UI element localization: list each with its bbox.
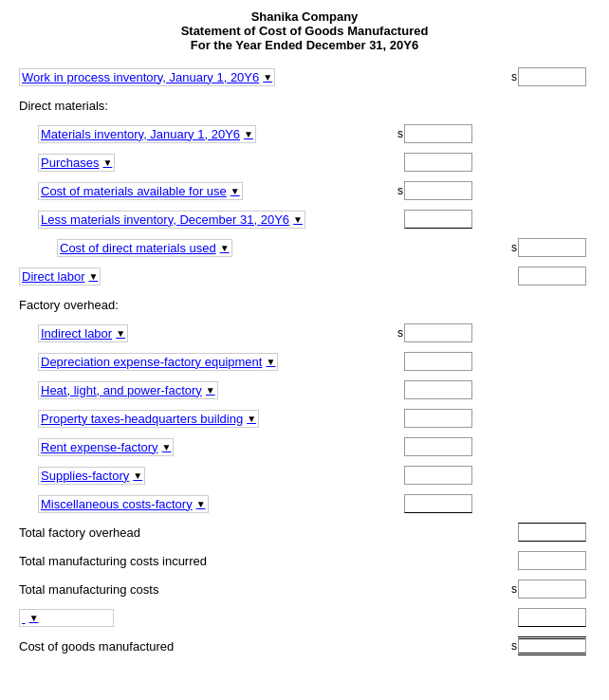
col-mid-rent-factory bbox=[362, 437, 476, 456]
dropdown-depreciation-factory-arrow: ▼ bbox=[266, 357, 275, 367]
label-indirect-labor: Indirect labor ▼ bbox=[19, 324, 362, 342]
input-materials-inv-start[interactable] bbox=[404, 124, 472, 143]
dropdown-less-materials-inv-end[interactable]: Less materials inventory, December 31, 2… bbox=[38, 211, 305, 229]
col-right-total-factory-overhead bbox=[476, 523, 590, 542]
label-purchases: Purchases ▼ bbox=[19, 154, 362, 172]
row-purchases: Purchases ▼ bbox=[19, 151, 590, 174]
input-heat-light-power[interactable] bbox=[404, 380, 472, 399]
row-factory-overhead-header: Factory overhead: bbox=[19, 293, 590, 316]
row-total-mfg-costs: Total manufacturing costs s bbox=[19, 578, 590, 600]
row-cost-goods-manufactured: Cost of goods manufactured s bbox=[19, 635, 590, 657]
row-direct-labor: Direct labor ▼ bbox=[19, 265, 590, 287]
dropdown-cost-direct-materials-arrow: ▼ bbox=[220, 243, 230, 253]
dropdown-less-materials-inv-end-text: Less materials inventory, December 31, 2… bbox=[41, 212, 289, 227]
input-direct-labor[interactable] bbox=[518, 267, 586, 286]
input-indirect-labor[interactable] bbox=[404, 323, 472, 342]
dropdown-misc-factory-arrow: ▼ bbox=[196, 499, 206, 509]
input-supplies-factory[interactable] bbox=[404, 466, 472, 485]
dropdown-heat-light-power-text: Heat, light, and power-factory bbox=[41, 383, 202, 397]
dropdown-cost-materials-avail-arrow: ▼ bbox=[231, 186, 240, 196]
dropdown-wip-end[interactable]: ▼ bbox=[19, 609, 114, 627]
dropdown-materials-inv-start-text: Materials inventory, January 1, 20Y6 bbox=[41, 127, 240, 141]
row-cost-direct-materials: Cost of direct materials used ▼ s bbox=[19, 236, 590, 259]
dropdown-cost-direct-materials[interactable]: Cost of direct materials used ▼ bbox=[57, 239, 232, 257]
report-title: Statement of Cost of Goods Manufactured bbox=[19, 24, 590, 38]
dropdown-purchases-text: Purchases bbox=[41, 156, 99, 170]
dropdown-wip-start[interactable]: Work in process inventory, January 1, 20… bbox=[19, 68, 275, 86]
dropdown-cost-materials-avail[interactable]: Cost of materials available for use ▼ bbox=[38, 182, 243, 200]
dropdown-rent-factory-text: Rent expense-factory bbox=[41, 440, 158, 454]
dropdown-indirect-labor[interactable]: Indirect labor ▼ bbox=[38, 324, 128, 342]
dropdown-heat-light-power[interactable]: Heat, light, and power-factory ▼ bbox=[38, 381, 218, 399]
input-less-materials-inv-end[interactable] bbox=[404, 210, 472, 229]
row-property-taxes: Property taxes-headquarters building ▼ bbox=[19, 407, 590, 430]
col-mid-supplies-factory bbox=[362, 466, 476, 485]
dropdown-rent-factory[interactable]: Rent expense-factory ▼ bbox=[38, 438, 174, 456]
col-right-wip-start: s bbox=[476, 67, 590, 86]
dropdown-indirect-labor-text: Indirect labor bbox=[41, 326, 112, 341]
input-cost-materials-avail[interactable] bbox=[404, 181, 472, 200]
col-right-total-mfg-costs: s bbox=[476, 580, 590, 599]
cost-goods-manufactured-text: Cost of goods manufactured bbox=[19, 639, 174, 654]
input-cost-goods-manufactured[interactable] bbox=[518, 636, 586, 655]
label-cost-materials-avail: Cost of materials available for use ▼ bbox=[19, 182, 362, 200]
label-depreciation-factory: Depreciation expense-factory equipment ▼ bbox=[19, 353, 362, 371]
col-right-cost-direct-materials: s bbox=[476, 238, 590, 257]
label-direct-materials: Direct materials: bbox=[19, 99, 590, 113]
total-mfg-costs-incurred-text: Total manufacturing costs incurred bbox=[19, 554, 207, 568]
row-total-factory-overhead: Total factory overhead bbox=[19, 521, 590, 543]
input-wip-start[interactable] bbox=[518, 67, 586, 86]
label-wip-start: Work in process inventory, January 1, 20… bbox=[19, 68, 362, 86]
dropdown-wip-start-text: Work in process inventory, January 1, 20… bbox=[22, 70, 259, 84]
col-mid-cost-materials-avail: s bbox=[362, 181, 476, 200]
input-purchases[interactable] bbox=[404, 153, 472, 172]
direct-materials-text: Direct materials: bbox=[19, 99, 108, 113]
col-mid-property-taxes bbox=[362, 409, 476, 428]
row-supplies-factory: Supplies-factory ▼ bbox=[19, 464, 590, 487]
input-depreciation-factory[interactable] bbox=[404, 352, 472, 371]
dropdown-misc-factory[interactable]: Miscellaneous costs-factory ▼ bbox=[38, 495, 209, 513]
row-cost-materials-avail: Cost of materials available for use ▼ s bbox=[19, 179, 590, 202]
dropdown-property-taxes[interactable]: Property taxes-headquarters building ▼ bbox=[38, 410, 259, 428]
dollar-materials-inv-start: s bbox=[397, 127, 403, 140]
dropdown-materials-inv-start[interactable]: Materials inventory, January 1, 20Y6 ▼ bbox=[38, 125, 256, 143]
input-total-mfg-costs[interactable] bbox=[518, 580, 586, 599]
col-mid-less-materials-inv-end bbox=[362, 210, 476, 229]
dropdown-depreciation-factory[interactable]: Depreciation expense-factory equipment ▼ bbox=[38, 353, 278, 371]
row-wip-start: Work in process inventory, January 1, 20… bbox=[19, 65, 590, 88]
row-indirect-labor: Indirect labor ▼ s bbox=[19, 322, 590, 344]
label-factory-overhead: Factory overhead: bbox=[19, 298, 590, 312]
col-right-cost-goods-manufactured: s bbox=[476, 636, 590, 655]
input-cost-direct-materials[interactable] bbox=[518, 238, 586, 257]
page: Shanika Company Statement of Cost of Goo… bbox=[0, 0, 609, 672]
input-total-mfg-costs-incurred[interactable] bbox=[518, 551, 586, 570]
dropdown-heat-light-power-arrow: ▼ bbox=[206, 385, 215, 396]
dropdown-supplies-factory[interactable]: Supplies-factory ▼ bbox=[38, 467, 145, 485]
label-misc-factory: Miscellaneous costs-factory ▼ bbox=[19, 495, 362, 513]
row-total-mfg-costs-incurred: Total manufacturing costs incurred bbox=[19, 549, 590, 572]
dollar-indirect-labor: s bbox=[397, 326, 403, 340]
dropdown-direct-labor-text: Direct labor bbox=[22, 269, 84, 284]
input-misc-factory[interactable] bbox=[404, 494, 472, 513]
dollar-cost-materials-avail: s bbox=[397, 184, 403, 197]
input-wip-end-dropdown[interactable] bbox=[518, 608, 586, 627]
label-direct-labor: Direct labor ▼ bbox=[19, 267, 362, 286]
row-wip-end-dropdown: ▼ bbox=[19, 606, 590, 629]
dollar-cost-goods-manufactured: s bbox=[511, 639, 517, 653]
label-heat-light-power: Heat, light, and power-factory ▼ bbox=[19, 381, 362, 399]
dropdown-purchases-arrow: ▼ bbox=[102, 157, 112, 168]
label-cost-direct-materials: Cost of direct materials used ▼ bbox=[19, 239, 362, 257]
total-mfg-costs-text: Total manufacturing costs bbox=[19, 582, 158, 597]
report-period: For the Year Ended December 31, 20Y6 bbox=[19, 38, 590, 52]
dropdown-wip-start-arrow: ▼ bbox=[263, 72, 272, 83]
col-right-wip-end-dropdown bbox=[476, 608, 590, 627]
row-heat-light-power: Heat, light, and power-factory ▼ bbox=[19, 378, 590, 401]
factory-overhead-text: Factory overhead: bbox=[19, 298, 119, 312]
input-property-taxes[interactable] bbox=[404, 409, 472, 428]
input-total-factory-overhead[interactable] bbox=[518, 523, 586, 542]
label-supplies-factory: Supplies-factory ▼ bbox=[19, 467, 362, 485]
input-rent-factory[interactable] bbox=[404, 437, 472, 456]
dropdown-purchases[interactable]: Purchases ▼ bbox=[38, 154, 115, 172]
label-wip-end-dropdown: ▼ bbox=[19, 609, 362, 627]
dropdown-direct-labor[interactable]: Direct labor ▼ bbox=[19, 267, 101, 286]
